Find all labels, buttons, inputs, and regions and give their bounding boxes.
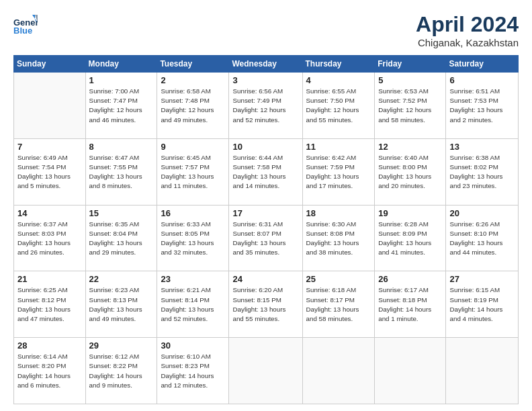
calendar-cell: 30Sunrise: 6:10 AM Sunset: 8:23 PM Dayli… bbox=[157, 338, 229, 404]
calendar-cell: 17Sunrise: 6:31 AM Sunset: 8:07 PM Dayli… bbox=[229, 205, 302, 271]
calendar-cell bbox=[14, 73, 86, 139]
day-number: 4 bbox=[306, 75, 371, 85]
day-number: 12 bbox=[378, 142, 442, 152]
calendar-cell: 10Sunrise: 6:44 AM Sunset: 7:58 PM Dayli… bbox=[229, 138, 302, 205]
logo-icon: General Blue bbox=[13, 12, 38, 36]
calendar-week-3: 14Sunrise: 6:37 AM Sunset: 8:03 PM Dayli… bbox=[14, 205, 519, 271]
weekday-friday: Friday bbox=[375, 56, 446, 73]
weekday-sunday: Sunday bbox=[14, 56, 86, 73]
day-number: 11 bbox=[306, 142, 371, 152]
weekday-header-row: SundayMondayTuesdayWednesdayThursdayFrid… bbox=[14, 56, 519, 73]
svg-text:Blue: Blue bbox=[13, 26, 32, 36]
day-info: Sunrise: 6:28 AM Sunset: 8:09 PM Dayligh… bbox=[378, 220, 442, 258]
day-info: Sunrise: 6:51 AM Sunset: 7:53 PM Dayligh… bbox=[449, 87, 515, 125]
calendar-cell bbox=[302, 338, 375, 404]
calendar-cell: 14Sunrise: 6:37 AM Sunset: 8:03 PM Dayli… bbox=[14, 205, 86, 271]
day-number: 17 bbox=[232, 208, 298, 218]
title-block: April 2024 Chiganak, Kazakhstan bbox=[416, 12, 519, 48]
calendar-cell: 23Sunrise: 6:21 AM Sunset: 8:14 PM Dayli… bbox=[157, 271, 229, 338]
calendar-cell: 11Sunrise: 6:42 AM Sunset: 7:59 PM Dayli… bbox=[302, 138, 375, 205]
day-info: Sunrise: 6:26 AM Sunset: 8:10 PM Dayligh… bbox=[449, 220, 515, 258]
day-info: Sunrise: 6:58 AM Sunset: 7:48 PM Dayligh… bbox=[161, 87, 225, 125]
day-info: Sunrise: 6:10 AM Sunset: 8:23 PM Dayligh… bbox=[161, 352, 225, 390]
day-info: Sunrise: 6:47 AM Sunset: 7:55 PM Dayligh… bbox=[89, 153, 154, 191]
day-info: Sunrise: 6:33 AM Sunset: 8:05 PM Dayligh… bbox=[161, 220, 225, 258]
day-info: Sunrise: 6:21 AM Sunset: 8:14 PM Dayligh… bbox=[161, 285, 225, 324]
day-number: 26 bbox=[378, 274, 442, 284]
weekday-thursday: Thursday bbox=[302, 56, 375, 73]
day-number: 25 bbox=[306, 274, 371, 284]
day-info: Sunrise: 6:17 AM Sunset: 8:18 PM Dayligh… bbox=[378, 285, 442, 324]
day-info: Sunrise: 6:35 AM Sunset: 8:04 PM Dayligh… bbox=[89, 220, 154, 258]
weekday-monday: Monday bbox=[85, 56, 157, 73]
day-info: Sunrise: 6:12 AM Sunset: 8:22 PM Dayligh… bbox=[89, 352, 154, 390]
day-info: Sunrise: 6:44 AM Sunset: 7:58 PM Dayligh… bbox=[232, 153, 298, 191]
day-info: Sunrise: 6:20 AM Sunset: 8:15 PM Dayligh… bbox=[232, 285, 298, 324]
calendar-cell: 12Sunrise: 6:40 AM Sunset: 8:00 PM Dayli… bbox=[375, 138, 446, 205]
day-number: 21 bbox=[17, 274, 82, 284]
day-number: 10 bbox=[232, 142, 298, 152]
calendar-cell: 1Sunrise: 7:00 AM Sunset: 7:47 PM Daylig… bbox=[85, 73, 157, 139]
day-info: Sunrise: 6:23 AM Sunset: 8:13 PM Dayligh… bbox=[89, 285, 154, 324]
day-info: Sunrise: 6:49 AM Sunset: 7:54 PM Dayligh… bbox=[17, 153, 82, 191]
header: General Blue April 2024 Chiganak, Kazakh… bbox=[13, 12, 519, 48]
day-number: 5 bbox=[378, 75, 442, 85]
calendar-cell: 16Sunrise: 6:33 AM Sunset: 8:05 PM Dayli… bbox=[157, 205, 229, 271]
day-number: 20 bbox=[449, 208, 515, 218]
day-number: 18 bbox=[306, 208, 371, 218]
weekday-wednesday: Wednesday bbox=[229, 56, 302, 73]
day-info: Sunrise: 6:53 AM Sunset: 7:52 PM Dayligh… bbox=[378, 87, 442, 125]
calendar-table: SundayMondayTuesdayWednesdayThursdayFrid… bbox=[13, 55, 519, 404]
calendar-cell: 2Sunrise: 6:58 AM Sunset: 7:48 PM Daylig… bbox=[157, 73, 229, 139]
day-number: 19 bbox=[378, 208, 442, 218]
day-info: Sunrise: 6:42 AM Sunset: 7:59 PM Dayligh… bbox=[306, 153, 371, 191]
day-number: 1 bbox=[89, 75, 154, 85]
calendar-cell: 21Sunrise: 6:25 AM Sunset: 8:12 PM Dayli… bbox=[14, 271, 86, 338]
day-number: 24 bbox=[232, 274, 298, 284]
calendar-cell bbox=[375, 338, 446, 404]
calendar-week-1: 1Sunrise: 7:00 AM Sunset: 7:47 PM Daylig… bbox=[14, 73, 519, 139]
calendar-cell: 7Sunrise: 6:49 AM Sunset: 7:54 PM Daylig… bbox=[14, 138, 86, 205]
calendar-cell bbox=[229, 338, 302, 404]
calendar-cell: 6Sunrise: 6:51 AM Sunset: 7:53 PM Daylig… bbox=[446, 73, 519, 139]
day-number: 22 bbox=[89, 274, 154, 284]
calendar-cell: 22Sunrise: 6:23 AM Sunset: 8:13 PM Dayli… bbox=[85, 271, 157, 338]
day-info: Sunrise: 6:56 AM Sunset: 7:49 PM Dayligh… bbox=[232, 87, 298, 125]
calendar-cell: 9Sunrise: 6:45 AM Sunset: 7:57 PM Daylig… bbox=[157, 138, 229, 205]
day-info: Sunrise: 6:45 AM Sunset: 7:57 PM Dayligh… bbox=[161, 153, 225, 191]
day-info: Sunrise: 6:38 AM Sunset: 8:02 PM Dayligh… bbox=[449, 153, 515, 191]
day-info: Sunrise: 6:37 AM Sunset: 8:03 PM Dayligh… bbox=[17, 220, 82, 258]
calendar-cell: 3Sunrise: 6:56 AM Sunset: 7:49 PM Daylig… bbox=[229, 73, 302, 139]
day-number: 2 bbox=[161, 75, 225, 85]
calendar-cell: 29Sunrise: 6:12 AM Sunset: 8:22 PM Dayli… bbox=[85, 338, 157, 404]
calendar-cell: 5Sunrise: 6:53 AM Sunset: 7:52 PM Daylig… bbox=[375, 73, 446, 139]
day-info: Sunrise: 6:14 AM Sunset: 8:20 PM Dayligh… bbox=[17, 352, 82, 390]
weekday-tuesday: Tuesday bbox=[157, 56, 229, 73]
day-number: 27 bbox=[449, 274, 515, 284]
day-info: Sunrise: 7:00 AM Sunset: 7:47 PM Dayligh… bbox=[89, 87, 154, 125]
day-number: 15 bbox=[89, 208, 154, 218]
day-number: 13 bbox=[449, 142, 515, 152]
day-info: Sunrise: 6:18 AM Sunset: 8:17 PM Dayligh… bbox=[306, 285, 371, 324]
weekday-saturday: Saturday bbox=[446, 56, 519, 73]
day-number: 28 bbox=[17, 340, 82, 351]
calendar-cell: 18Sunrise: 6:30 AM Sunset: 8:08 PM Dayli… bbox=[302, 205, 375, 271]
calendar-week-4: 21Sunrise: 6:25 AM Sunset: 8:12 PM Dayli… bbox=[14, 271, 519, 338]
day-number: 6 bbox=[449, 75, 515, 85]
calendar-cell: 13Sunrise: 6:38 AM Sunset: 8:02 PM Dayli… bbox=[446, 138, 519, 205]
day-number: 23 bbox=[161, 274, 225, 284]
calendar-week-2: 7Sunrise: 6:49 AM Sunset: 7:54 PM Daylig… bbox=[14, 138, 519, 205]
day-number: 9 bbox=[161, 142, 225, 152]
calendar-cell: 4Sunrise: 6:55 AM Sunset: 7:50 PM Daylig… bbox=[302, 73, 375, 139]
day-number: 3 bbox=[232, 75, 298, 85]
calendar-cell: 15Sunrise: 6:35 AM Sunset: 8:04 PM Dayli… bbox=[85, 205, 157, 271]
logo: General Blue bbox=[13, 12, 40, 36]
calendar-cell: 24Sunrise: 6:20 AM Sunset: 8:15 PM Dayli… bbox=[229, 271, 302, 338]
calendar-cell: 28Sunrise: 6:14 AM Sunset: 8:20 PM Dayli… bbox=[14, 338, 86, 404]
page: General Blue April 2024 Chiganak, Kazakh… bbox=[0, 0, 532, 411]
day-number: 14 bbox=[17, 208, 82, 218]
day-info: Sunrise: 6:30 AM Sunset: 8:08 PM Dayligh… bbox=[306, 220, 371, 258]
calendar-cell: 27Sunrise: 6:15 AM Sunset: 8:19 PM Dayli… bbox=[446, 271, 519, 338]
day-number: 29 bbox=[89, 340, 154, 351]
calendar-cell: 19Sunrise: 6:28 AM Sunset: 8:09 PM Dayli… bbox=[375, 205, 446, 271]
